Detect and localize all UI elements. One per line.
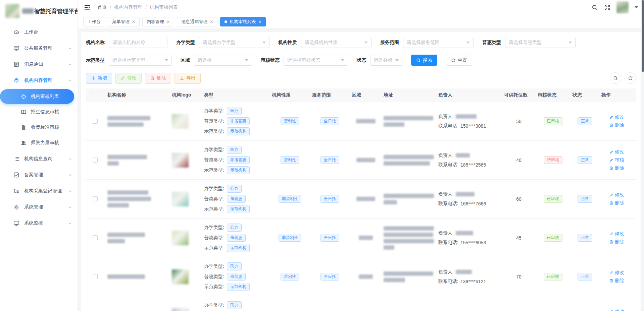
trash-icon (609, 166, 613, 170)
action-审核[interactable]: 审核 (609, 157, 624, 163)
row-checkbox[interactable] (93, 158, 98, 163)
filter-select-服务范围[interactable]: 请选择服务范围 (403, 37, 474, 48)
tab-工作台[interactable]: 工作台 (83, 17, 105, 26)
tab-close-icon[interactable]: ✕ (210, 20, 213, 24)
action-修改[interactable]: 修改 (609, 309, 624, 311)
action-label: 删除 (615, 165, 624, 171)
gear-icon (13, 204, 19, 210)
sidebar-item-备案管理[interactable]: 备案管理 (0, 167, 78, 183)
add-button[interactable]: 新增 (86, 73, 112, 84)
page-scrollbar[interactable] (641, 0, 644, 311)
action-删除[interactable]: 删除 (609, 165, 624, 171)
trash-icon (150, 76, 155, 80)
sidebar-item-机构信息查询[interactable]: 机构信息查询 (0, 151, 78, 167)
filter-select-示范类型[interactable]: 请选择示范类型 (109, 55, 172, 66)
filter-select-状态[interactable]: 请选择状态 (370, 55, 402, 66)
org-name-redacted (107, 233, 145, 243)
benefit-type-tag: 非省普惠 (227, 117, 250, 125)
export-button[interactable]: 导出 (175, 73, 201, 84)
org-logo-image (172, 269, 189, 284)
delete-button[interactable]: 删除 (145, 73, 171, 84)
filter-select-审核状态[interactable]: 请选择审核状态 (284, 55, 348, 66)
address-cell (382, 269, 436, 285)
actions-cell: 修改删除 (599, 266, 636, 288)
action-label: 修改 (615, 231, 624, 237)
type-line-demo: 示范类型:示范机构 (204, 166, 250, 174)
sidebar-item-消息通知[interactable]: 消息通知 (0, 56, 78, 72)
filter-select-办学类型[interactable]: 请选择办学类型 (199, 37, 269, 48)
reset-button[interactable]: 重置 (446, 55, 472, 66)
tab-close-icon[interactable]: ✕ (258, 20, 261, 24)
filter-select-普惠类型[interactable]: 请选择普惠类型 (505, 37, 576, 48)
sidebar-subitem-师资力量审核[interactable]: 师资力量审核 (0, 135, 74, 150)
filter-select-机构性质[interactable]: 请选择机构性质 (301, 37, 371, 48)
sidebar-item-label: 公共服务管理 (24, 45, 68, 51)
tab-close-icon[interactable]: ✕ (132, 20, 135, 24)
app-root: 智慧托育管理平台 工作台公共服务管理消息通知机构内容管理机构审核列表招生信息审核… (0, 0, 644, 311)
sidebar-item-系统监控[interactable]: 系统监控 (0, 215, 78, 231)
breadcrumb-item[interactable]: 机构审核列表 (150, 4, 178, 10)
tab-机构审核列表[interactable]: 机构审核列表✕ (220, 17, 266, 26)
tab-close-icon[interactable]: ✕ (166, 20, 170, 24)
org-name-redacted (107, 155, 147, 166)
select-all-checkbox[interactable] (93, 92, 93, 98)
tab-消息通知管理[interactable]: 消息通知管理✕ (177, 17, 217, 26)
sidebar-item-机构采集登记管理[interactable]: 机构采集登记管理 (0, 183, 78, 199)
region-redacted (359, 236, 373, 240)
phone-line: 联系电话:166****7666 (438, 201, 486, 207)
search-button[interactable]: 搜索 (411, 55, 437, 66)
capacity-value: 60 (516, 196, 522, 202)
action-删除[interactable]: 删除 (609, 200, 624, 206)
org-name-line-redacted (107, 116, 150, 120)
type-cell: 办学类型:民办普惠类型:非省普惠示范类型:示范机构 (202, 143, 270, 177)
action-删除[interactable]: 删除 (609, 122, 624, 128)
sidebar-item-公共服务管理[interactable]: 公共服务管理 (0, 40, 78, 56)
audit-status-tag: 已审核 (544, 273, 562, 281)
type-cell: 办学类型:民办普惠类型:非省普惠示范类型:示范机构 (202, 299, 270, 311)
table-refresh-button[interactable] (625, 72, 636, 84)
action-修改[interactable]: 修改 (609, 231, 624, 237)
row-checkbox[interactable] (93, 196, 98, 201)
search-icon[interactable] (592, 4, 598, 11)
sidebar-subitem-收费标准审核[interactable]: 收费标准审核 (0, 120, 74, 135)
type-cell: 办学类型:民办普惠类型:非省普惠示范类型:示范机构 (202, 104, 270, 138)
action-label: 修改 (615, 192, 624, 198)
phone-line: 联系电话:139****6121 (438, 278, 486, 285)
row-checkbox[interactable] (93, 119, 98, 124)
nature-cell: 营利性 (270, 153, 310, 167)
action-修改[interactable]: 修改 (609, 149, 624, 155)
menu-fold-icon[interactable] (84, 4, 91, 11)
service-tag: 全日托 (320, 234, 339, 242)
sidebar-subitem-机构审核列表[interactable]: 机构审核列表 (0, 89, 74, 104)
filter-input-机构名称[interactable]: 请输入机构名称 (109, 37, 167, 48)
tab-菜单管理[interactable]: 菜单管理✕ (108, 17, 140, 26)
sidebar-subitem-招生信息审核[interactable]: 招生信息审核 (0, 105, 74, 119)
audit-status-tag: 待审核 (544, 156, 562, 164)
scrollbar-thumb[interactable] (642, 0, 644, 72)
user-caret-icon[interactable] (635, 6, 638, 8)
sidebar-item-系统管理[interactable]: 系统管理 (0, 199, 78, 215)
table-header-row: 机构名称机构logo类型机构性质服务范围区域地址负责人可供托位数审核状态状态操作 (86, 88, 636, 102)
row-checkbox[interactable] (93, 274, 98, 279)
sidebar-item-工作台[interactable]: 工作台 (0, 24, 78, 40)
breadcrumb-item[interactable]: 首页 (97, 4, 107, 10)
action-删除[interactable]: 删除 (609, 278, 624, 284)
action-修改[interactable]: 修改 (609, 114, 624, 120)
capacity-cell: 45 (502, 233, 536, 243)
tab-内容管理[interactable]: 内容管理✕ (142, 17, 174, 26)
action-删除[interactable]: 删除 (609, 239, 624, 245)
sidebar-item-机构内容管理[interactable]: 机构内容管理 (0, 72, 78, 88)
breadcrumb-item[interactable]: 机构内容管理 (114, 4, 142, 10)
sidebar-item-label: 系统管理 (24, 204, 68, 210)
row-checkbox[interactable] (93, 235, 98, 240)
row-select-cell (86, 271, 105, 282)
filter-select-区域[interactable]: 请选择 (194, 55, 252, 66)
edit-button[interactable]: 修改 (115, 73, 142, 84)
address-line-redacted (384, 278, 405, 282)
edit-icon (609, 193, 613, 197)
action-修改[interactable]: 修改 (609, 192, 624, 198)
action-修改[interactable]: 修改 (609, 270, 624, 276)
table-search-toggle-button[interactable] (610, 72, 621, 84)
user-avatar[interactable] (616, 1, 629, 13)
fullscreen-icon[interactable] (604, 4, 610, 11)
